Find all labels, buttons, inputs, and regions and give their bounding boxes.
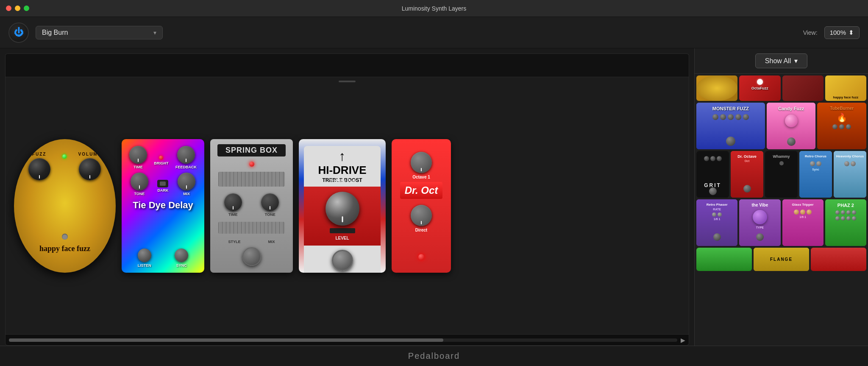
mini-pedal-green-bot[interactable] [696, 248, 752, 271]
hidrive-switch[interactable] [330, 228, 355, 233]
vibe-knob[interactable] [753, 210, 767, 224]
mini-pedal-red3[interactable] [811, 248, 866, 271]
gt-knob-2[interactable] [800, 210, 805, 215]
play-icon[interactable]: ▶ [681, 337, 685, 344]
mf-knob-4[interactable] [735, 114, 741, 120]
power-icon: ⏻ [14, 27, 23, 38]
rp-knob-2[interactable] [718, 212, 722, 217]
delay-name: Tie Dye Delay [133, 200, 193, 210]
listen-button[interactable] [138, 249, 151, 262]
fuzz-knob[interactable] [28, 158, 50, 180]
phaz-knob-5[interactable] [835, 216, 840, 221]
pedalboard-wrapper: FUZZ VOLUME [0, 48, 694, 346]
mini-pedal-happy-top[interactable] [696, 75, 737, 101]
spring-style-label: STYLE [228, 240, 240, 244]
grit-knob-2[interactable] [710, 156, 715, 161]
power-button[interactable]: ⏻ [8, 22, 29, 43]
pedal-tie-dye-delay[interactable]: TIME BRIGHT FEEDBACK [122, 139, 204, 273]
mini-pedal-happy-face-2[interactable]: happy face fuzz [825, 75, 866, 101]
hidrive-name: HI-DRIVE [318, 165, 366, 176]
vibe-footswitch[interactable] [756, 233, 764, 241]
feedback-knob[interactable] [177, 146, 195, 164]
phaz-knob-6[interactable] [841, 216, 845, 221]
right-panel: Show All ▾ OctaFuzz [694, 48, 868, 346]
pedal-spring-box[interactable]: SPRING BOX TIME [210, 139, 293, 273]
tb-knob-3[interactable] [846, 124, 851, 129]
pedal-hi-drive[interactable]: ↑ HI-DRIVE TREBLE BOOST Treble / Full [299, 139, 386, 273]
mini-pedal-phaz-2[interactable]: PHAZ 2 [825, 199, 866, 246]
maximize-button[interactable] [24, 6, 29, 11]
pedalboard-scrollbar-area: ▶ [5, 335, 689, 346]
tb-knob-1[interactable] [832, 124, 837, 129]
spring-decoration-2 [218, 222, 285, 234]
mix-knob[interactable] [178, 173, 195, 190]
mini-pedal-glass-tripper[interactable]: Glass Tripper 1/6 1 [782, 199, 823, 246]
octave-knob[interactable] [411, 152, 432, 173]
mini-pedal-tube-burner[interactable]: TubeBurner 🔥 [817, 103, 866, 149]
mini-pedal-flange[interactable]: FLANGE [754, 248, 809, 271]
rc-knob-2[interactable] [816, 161, 821, 166]
candy-knob[interactable] [785, 115, 798, 127]
hidrive-level-knob[interactable] [326, 192, 359, 226]
footer-label: Pedalboard [408, 351, 460, 361]
mini-pedal-retro-chorus[interactable]: Retro Chorus Sync [799, 151, 832, 198]
hc-knob-1[interactable] [844, 161, 849, 166]
grit-footswitch[interactable] [709, 187, 717, 195]
pedal-dr-oct[interactable]: Octave 1 Dr. Oct Direct [392, 139, 451, 273]
treble-full-label: Treble / Full [329, 178, 355, 183]
rc-knob-1[interactable] [810, 161, 815, 166]
spring-time-knob[interactable] [224, 193, 242, 211]
tone-knob[interactable] [131, 173, 148, 190]
mf-knob-2[interactable] [720, 114, 726, 120]
mini-pedal-octafuzz[interactable]: OctaFuzz [739, 75, 780, 101]
direct-knob[interactable] [411, 205, 432, 226]
close-button[interactable] [6, 6, 11, 11]
mini-pedal-monster-fuzz[interactable]: MONSTER FUZZ [696, 103, 765, 149]
mini-pedal-heavenly-chorus[interactable]: Heavenly Chorus [834, 151, 866, 198]
rp-knob-1[interactable] [712, 212, 716, 217]
tb-knob-2[interactable] [839, 124, 844, 129]
mini-pedal-grit[interactable]: GRIT [696, 151, 729, 198]
pedalboard-grip [339, 81, 356, 82]
mf-knob-5[interactable] [743, 114, 749, 120]
pedal-happy-face-fuzz[interactable]: FUZZ VOLUME [14, 139, 116, 273]
phaz-knob-7[interactable] [846, 216, 851, 221]
preset-selector[interactable]: Big Burn ▾ [36, 26, 163, 39]
mini-pedal-dr-octave[interactable]: Dr. Octave Oct [731, 151, 763, 198]
grit-knob-3[interactable] [717, 156, 722, 161]
mini-pedal-red2[interactable] [782, 75, 823, 101]
spring-footswitch[interactable] [242, 247, 261, 266]
view-selector[interactable]: 100% ⬍ [824, 26, 860, 39]
gt-knob-3[interactable] [807, 210, 812, 215]
mf-knob-3[interactable] [728, 114, 734, 120]
phaz-knob-3[interactable] [846, 210, 851, 215]
grit-knob-1[interactable] [704, 156, 709, 161]
phaz-knob-2[interactable] [841, 210, 845, 215]
whammy-knob[interactable] [779, 161, 784, 165]
mini-pedal-candy-fuzz[interactable]: Candy Fuzz [767, 103, 816, 149]
phaz-knob-1[interactable] [835, 210, 840, 215]
phaz-knob-4[interactable] [852, 210, 856, 215]
time-knob[interactable] [129, 146, 147, 164]
minimize-button[interactable] [15, 6, 20, 11]
mini-pedal-the-vibe[interactable]: the Vibe TYPE [739, 199, 780, 246]
show-all-button[interactable]: Show All ▾ [755, 53, 807, 68]
pedalboard-scrollbar-track[interactable] [9, 338, 677, 342]
dro-footswitch[interactable] [743, 185, 751, 193]
sync-button[interactable] [175, 249, 188, 262]
rp-footswitch[interactable] [713, 233, 721, 241]
hc-knob-2[interactable] [851, 161, 856, 166]
volume-knob[interactable] [79, 158, 101, 180]
mini-pedal-retro-phaser[interactable]: Retro Phaser RATE 1/6 1 [696, 199, 737, 246]
phaz-knob-8[interactable] [852, 216, 856, 221]
spring-tone-knob[interactable] [261, 193, 279, 211]
dark-toggle[interactable] [157, 180, 168, 187]
fuzz-label: FUZZ [32, 152, 47, 156]
mf-knob-1[interactable] [712, 114, 718, 120]
mf-footswitch[interactable] [726, 137, 735, 146]
candy-footswitch[interactable] [787, 137, 796, 146]
hidrive-footswitch[interactable] [332, 250, 353, 271]
vibe-type: TYPE [756, 226, 764, 229]
gt-knob-1[interactable] [794, 210, 799, 215]
mini-pedal-whammy[interactable]: Whammy [765, 151, 798, 198]
